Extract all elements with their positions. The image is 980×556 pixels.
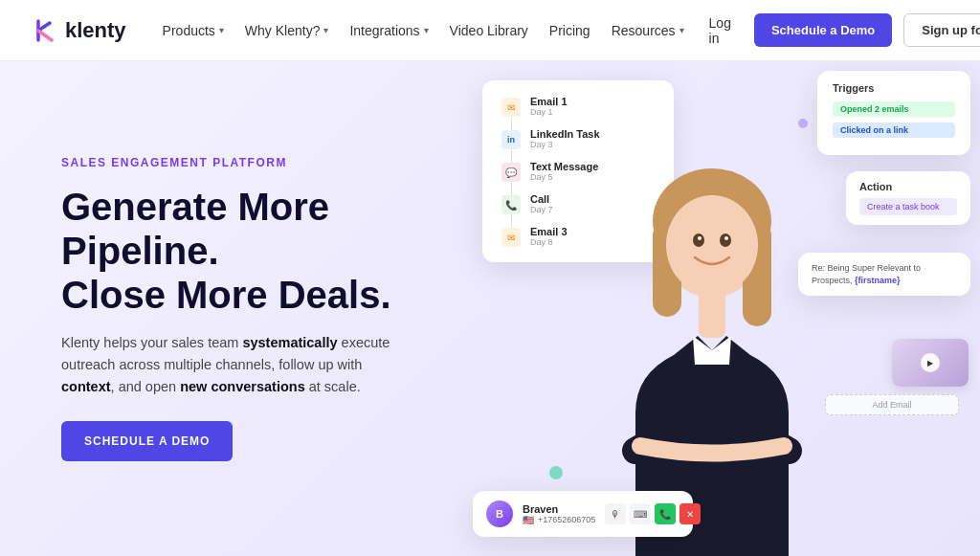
call-button[interactable]: 📞 bbox=[655, 503, 676, 524]
nav-integrations[interactable]: Integrations ▾ bbox=[340, 15, 437, 46]
contact-avatar: B bbox=[486, 500, 513, 527]
contact-name: Braven bbox=[523, 503, 595, 515]
action-card: Action Create a task book bbox=[846, 171, 970, 225]
video-play-icon[interactable]: ▶ bbox=[921, 353, 940, 372]
add-email-button[interactable]: Add Email bbox=[825, 394, 959, 415]
end-call-button[interactable]: ✕ bbox=[679, 503, 701, 524]
svg-rect-9 bbox=[699, 290, 725, 338]
hero-description: Klenty helps your sales team systematica… bbox=[61, 332, 406, 399]
decorative-dot-green bbox=[549, 466, 563, 479]
sms-icon: 💬 bbox=[501, 163, 521, 182]
hero-cta-button[interactable]: SCHEDULE A DEMO bbox=[61, 421, 233, 461]
login-button[interactable]: Log in bbox=[698, 8, 743, 54]
email-preview-text: Re: Being Super Relevant to Prospects, {… bbox=[812, 262, 957, 286]
email-icon: ✉ bbox=[501, 98, 521, 117]
chevron-down-icon: ▾ bbox=[219, 25, 224, 35]
nav-actions: Log in Schedule a Demo Sign up for Free bbox=[698, 8, 980, 54]
chevron-down-icon: ▾ bbox=[323, 25, 328, 35]
nav-video-library[interactable]: Video Library bbox=[440, 15, 538, 46]
action-pill: Create a task book bbox=[859, 198, 957, 215]
logo[interactable]: klenty bbox=[31, 15, 126, 46]
video-thumbnail[interactable]: ▶ bbox=[892, 339, 969, 387]
chevron-down-icon: ▾ bbox=[424, 25, 429, 35]
email3-icon: ✉ bbox=[501, 228, 521, 247]
nav-links: Products ▾ Why Klenty? ▾ Integrations ▾ … bbox=[153, 15, 694, 46]
schedule-demo-button[interactable]: Schedule a Demo bbox=[754, 13, 892, 47]
nav-pricing[interactable]: Pricing bbox=[540, 15, 600, 46]
navbar: klenty Products ▾ Why Klenty? ▾ Integrat… bbox=[0, 0, 980, 61]
brand-name: klenty bbox=[65, 18, 126, 43]
flag-icon: 🇺🇸 bbox=[523, 515, 534, 525]
nav-why-klenty[interactable]: Why Klenty? ▾ bbox=[235, 15, 339, 46]
phone-controls: 🎙 ⌨ 📞 ✕ bbox=[605, 503, 701, 524]
hero-content: SALES ENGAGEMENT PLATFORM Generate More … bbox=[61, 156, 463, 462]
trigger-badge-opened: Opened 2 emails bbox=[833, 101, 955, 117]
hero-woman-photo bbox=[578, 61, 846, 556]
hero-section: SALES ENGAGEMENT PLATFORM Generate More … bbox=[0, 61, 980, 556]
hero-visual: ✉ Email 1 Day 1 in LinkedIn Task Day 3 💬 bbox=[463, 61, 980, 556]
mute-button[interactable]: 🎙 bbox=[605, 503, 626, 524]
svg-point-7 bbox=[698, 236, 702, 240]
nav-resources[interactable]: Resources ▾ bbox=[602, 15, 694, 46]
nav-products[interactable]: Products ▾ bbox=[153, 15, 234, 46]
email-preview-card: Re: Being Super Relevant to Prospects, {… bbox=[798, 253, 970, 296]
page-wrapper: klenty Products ▾ Why Klenty? ▾ Integrat… bbox=[0, 0, 980, 556]
svg-point-5 bbox=[693, 234, 704, 247]
phone-number: 🇺🇸 +17652606705 bbox=[523, 515, 595, 525]
phone-dialer-card: B Braven 🇺🇸 +17652606705 🎙 ⌨ 📞 ✕ bbox=[473, 491, 693, 537]
trigger-badge-clicked: Clicked on a link bbox=[833, 122, 955, 138]
signup-button[interactable]: Sign up for Free bbox=[903, 13, 980, 47]
svg-point-4 bbox=[666, 195, 758, 295]
contact-info: Braven 🇺🇸 +17652606705 bbox=[523, 503, 595, 525]
triggers-card: Triggers Opened 2 emails Clicked on a li… bbox=[817, 71, 970, 155]
hero-eyebrow: SALES ENGAGEMENT PLATFORM bbox=[61, 156, 463, 169]
chevron-down-icon: ▾ bbox=[679, 25, 684, 35]
call-icon: 📞 bbox=[501, 195, 521, 214]
linkedin-icon: in bbox=[501, 130, 521, 149]
svg-point-8 bbox=[724, 236, 728, 240]
hero-title: Generate More Pipeline. Close More Deals… bbox=[61, 185, 463, 317]
keypad-button[interactable]: ⌨ bbox=[630, 503, 651, 524]
svg-point-6 bbox=[720, 234, 731, 247]
